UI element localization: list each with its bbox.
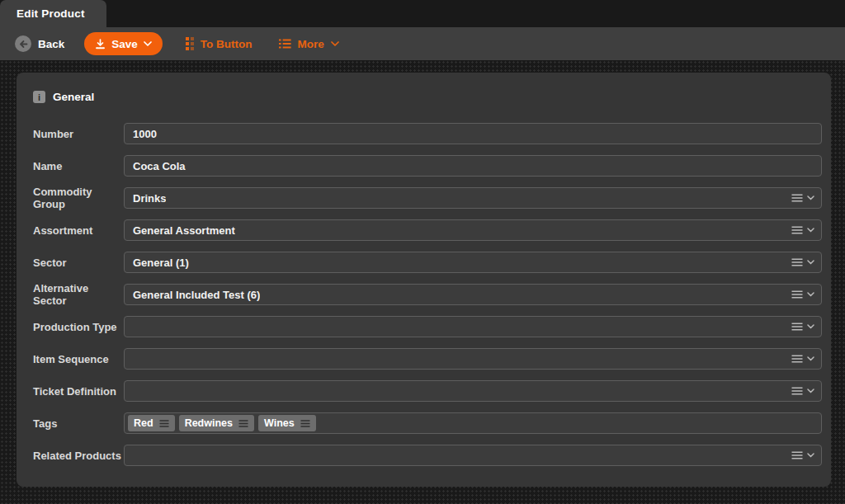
ticket-definition-select[interactable] bbox=[124, 380, 822, 402]
select-value: General Included Test (6) bbox=[133, 289, 260, 301]
drag-handle-icon bbox=[238, 420, 248, 427]
info-icon: i bbox=[33, 91, 45, 103]
chevron-down-icon bbox=[807, 195, 814, 200]
field-label: Ticket Definition bbox=[33, 385, 124, 398]
back-button[interactable]: Back bbox=[15, 35, 64, 52]
hamburger-icon bbox=[791, 194, 803, 202]
field-label: Related Products bbox=[33, 450, 124, 462]
page-background: i General Number Name Commodity Group Dr… bbox=[0, 60, 845, 504]
drag-handle-icon bbox=[159, 420, 169, 427]
chevron-down-icon bbox=[807, 389, 814, 393]
chevron-down-icon bbox=[331, 41, 339, 46]
field-label: Assortment bbox=[33, 224, 124, 237]
tag-chip[interactable]: Redwines bbox=[179, 415, 254, 431]
general-panel: i General Number Name Commodity Group Dr… bbox=[17, 73, 831, 487]
hamburger-icon bbox=[791, 387, 803, 395]
select-value: General (1) bbox=[133, 257, 189, 269]
section-header: i General bbox=[33, 91, 822, 103]
drag-handle-icon bbox=[300, 420, 310, 427]
hamburger-icon bbox=[791, 258, 803, 266]
form-row-ticket-definition: Ticket Definition bbox=[30, 380, 822, 402]
sector-select[interactable]: General (1) bbox=[124, 252, 822, 273]
arrow-left-icon bbox=[15, 35, 31, 52]
form-row-tags: Tags Red Redwines Wines bbox=[30, 412, 822, 434]
save-button[interactable]: Save bbox=[84, 32, 163, 55]
field-label: Sector bbox=[33, 257, 124, 269]
form-row-number: Number bbox=[30, 123, 822, 144]
back-label: Back bbox=[38, 38, 64, 50]
save-download-icon bbox=[95, 39, 106, 49]
chevron-down-icon bbox=[807, 356, 814, 361]
to-button-label: To Button bbox=[201, 38, 253, 50]
field-label: Name bbox=[33, 160, 124, 172]
alternative-sector-select[interactable]: General Included Test (6) bbox=[124, 284, 822, 305]
field-label: Commodity Group bbox=[33, 186, 124, 210]
field-label: Item Sequence bbox=[33, 353, 124, 365]
assortment-select[interactable]: General Assortment bbox=[124, 219, 822, 241]
field-label: Alternative Sector bbox=[33, 282, 124, 307]
form-row-name: Name bbox=[30, 155, 822, 177]
field-label: Tags bbox=[33, 417, 124, 430]
form-row-production-type: Production Type bbox=[30, 316, 822, 337]
more-button[interactable]: More bbox=[279, 38, 339, 50]
hamburger-icon bbox=[791, 226, 803, 234]
tag-label: Redwines bbox=[185, 417, 233, 429]
tag-label: Red bbox=[134, 417, 153, 429]
chevron-down-icon bbox=[807, 453, 814, 458]
toolbar: Back Save To Button More bbox=[0, 27, 845, 60]
number-input[interactable] bbox=[124, 123, 822, 144]
item-sequence-select[interactable] bbox=[124, 348, 822, 370]
name-input[interactable] bbox=[124, 155, 822, 177]
tab-edit-product[interactable]: Edit Product bbox=[0, 0, 106, 27]
form-row-item-sequence: Item Sequence bbox=[30, 348, 822, 370]
hamburger-icon bbox=[791, 290, 803, 299]
production-type-select[interactable] bbox=[124, 316, 822, 337]
tag-chip[interactable]: Wines bbox=[258, 415, 316, 431]
field-label: Production Type bbox=[33, 321, 124, 333]
select-value: Drinks bbox=[133, 192, 166, 205]
list-icon bbox=[279, 39, 291, 49]
form-row-commodity-group: Commodity Group Drinks bbox=[30, 187, 822, 209]
field-label: Number bbox=[33, 128, 124, 140]
hamburger-icon bbox=[791, 323, 803, 331]
form-row-alternative-sector: Alternative Sector General Included Test… bbox=[30, 284, 822, 305]
tab-bar: Edit Product bbox=[0, 0, 845, 27]
tag-label: Wines bbox=[264, 417, 295, 429]
commodity-group-select[interactable]: Drinks bbox=[124, 187, 822, 209]
related-products-select[interactable] bbox=[124, 445, 822, 466]
hamburger-icon bbox=[791, 355, 803, 363]
hamburger-icon bbox=[791, 451, 803, 459]
form-row-assortment: Assortment General Assortment bbox=[30, 219, 822, 241]
tags-field[interactable]: Red Redwines Wines bbox=[124, 412, 822, 434]
chevron-down-icon bbox=[807, 324, 814, 329]
chevron-down-icon bbox=[807, 292, 814, 297]
chevron-down-icon bbox=[807, 228, 814, 233]
to-button-button[interactable]: To Button bbox=[186, 37, 253, 50]
tab-title: Edit Product bbox=[17, 7, 85, 20]
form-row-related-products: Related Products bbox=[30, 445, 822, 466]
grid-icon bbox=[186, 37, 194, 50]
form-row-sector: Sector General (1) bbox=[30, 252, 822, 273]
select-value: General Assortment bbox=[133, 224, 235, 237]
section-title: General bbox=[53, 91, 94, 103]
more-label: More bbox=[298, 38, 324, 50]
save-label: Save bbox=[111, 38, 138, 50]
chevron-down-icon bbox=[807, 260, 814, 265]
tag-chip[interactable]: Red bbox=[128, 415, 175, 431]
chevron-down-icon bbox=[144, 41, 152, 46]
